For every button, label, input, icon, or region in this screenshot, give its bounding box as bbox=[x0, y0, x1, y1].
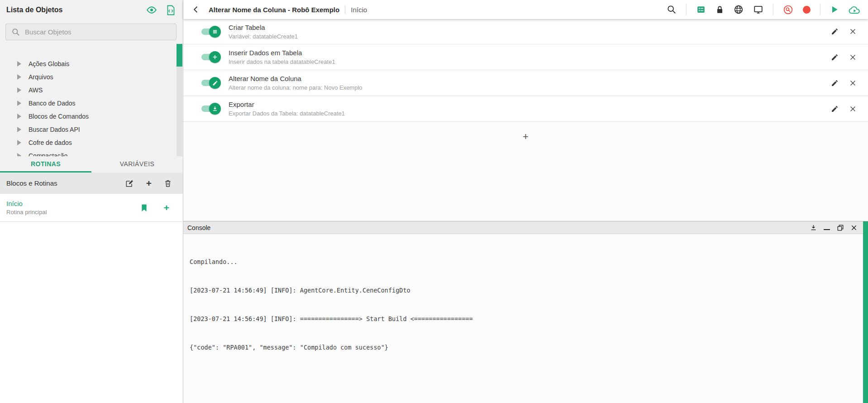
plus-icon bbox=[209, 51, 221, 63]
tree-item-label: Cofre de dados bbox=[29, 139, 72, 146]
tree-item-acoes-globais[interactable]: Ações Globais bbox=[0, 57, 175, 70]
console-panel: Console Compilando... [2023-07-21 14:56:… bbox=[183, 221, 868, 403]
console-line: [2023-07-21 14:56:49] [INFO]: ==========… bbox=[190, 314, 862, 324]
chevron-right-icon[interactable] bbox=[17, 153, 21, 157]
edit-step-button[interactable] bbox=[831, 28, 839, 35]
step-title: Inserir Dados em Tabela bbox=[229, 49, 831, 57]
chevron-left-icon[interactable] bbox=[191, 5, 200, 14]
tree-item-label: Banco de Dados bbox=[29, 100, 76, 107]
step-actions bbox=[831, 28, 856, 35]
step-row-inserir-dados[interactable]: Inserir Dados em Tabela Inserir dados na… bbox=[183, 44, 868, 70]
chevron-right-icon[interactable] bbox=[17, 127, 21, 132]
step-title: Criar Tabela bbox=[229, 24, 831, 31]
routine-tab-inicio[interactable]: Início bbox=[351, 6, 367, 14]
tree-item-cofre-de-dados[interactable]: Cofre de dados bbox=[0, 136, 175, 149]
console-title: Console bbox=[187, 224, 810, 231]
edit-step-button[interactable] bbox=[831, 79, 839, 87]
delete-step-button[interactable] bbox=[849, 54, 856, 61]
add-block-button[interactable]: + bbox=[146, 178, 152, 188]
monitor-icon[interactable] bbox=[753, 5, 763, 14]
tree-scrollbar[interactable] bbox=[176, 44, 182, 156]
tab-rotinas[interactable]: ROTINAS bbox=[0, 156, 91, 173]
blocks-and-routines-bar: Blocos e Rotinas + bbox=[0, 173, 183, 194]
tree-item-label: AWS bbox=[29, 86, 43, 94]
globe-icon[interactable] bbox=[734, 5, 744, 14]
add-step-area: + bbox=[183, 132, 868, 142]
console-actions bbox=[810, 224, 857, 231]
play-icon[interactable] bbox=[830, 5, 839, 14]
tree-item-label: Blocos de Comandos bbox=[29, 113, 89, 120]
delete-step-button[interactable] bbox=[849, 106, 856, 112]
eye-icon[interactable] bbox=[146, 5, 157, 15]
step-row-criar-tabela[interactable]: Criar Tabela Variável: datatableCreate1 bbox=[183, 19, 868, 44]
chevron-right-icon[interactable] bbox=[17, 140, 21, 145]
object-list-sidebar: Lista de Objetos Ações Globais Arquivos … bbox=[0, 0, 183, 403]
console-line: {"code": "RPA001", "message": "Compilado… bbox=[190, 343, 862, 352]
step-text: Criar Tabela Variável: datatableCreate1 bbox=[229, 24, 831, 40]
trash-icon[interactable] bbox=[164, 179, 172, 188]
divider bbox=[686, 4, 687, 15]
menu-icon bbox=[209, 26, 221, 38]
divider bbox=[820, 4, 820, 15]
minimize-icon[interactable] bbox=[824, 225, 830, 230]
sidebar-title: Lista de Objetos bbox=[6, 6, 146, 14]
tree-item-arquivos[interactable]: Arquivos bbox=[0, 70, 175, 83]
close-icon[interactable] bbox=[851, 225, 857, 231]
lock-icon[interactable] bbox=[715, 5, 724, 14]
tree-scrollbar-thumb[interactable] bbox=[176, 44, 182, 67]
console-output: Compilando... [2023-07-21 14:56:49] [INF… bbox=[183, 234, 868, 375]
disc-search-icon[interactable] bbox=[783, 5, 793, 15]
add-step-button[interactable]: + bbox=[523, 132, 529, 142]
bookmark-icon[interactable] bbox=[140, 203, 148, 213]
tree-item-compactacao[interactable]: Compactação bbox=[0, 149, 175, 156]
step-text: Exportar Exportar Dados da Tabela: datat… bbox=[229, 101, 831, 117]
tree-item-banco-de-dados[interactable]: Banco de Dados bbox=[0, 96, 175, 110]
edit-square-icon[interactable] bbox=[125, 179, 134, 188]
step-row-alterar-nome[interactable]: Alterar Nome da Coluna Alterar nome da c… bbox=[183, 70, 868, 96]
download-icon bbox=[209, 103, 221, 115]
step-subtitle: Alterar nome da coluna: nome para: Novo … bbox=[229, 84, 831, 91]
step-actions bbox=[831, 79, 856, 87]
console-scrollbar-thumb[interactable] bbox=[863, 221, 868, 403]
step-toggle[interactable] bbox=[201, 54, 218, 60]
list-icon[interactable] bbox=[696, 5, 706, 14]
tab-variaveis[interactable]: VARIÁVEIS bbox=[91, 156, 183, 173]
step-subtitle: Inserir dados na tabela datatableCreate1 bbox=[229, 58, 831, 65]
chevron-right-icon[interactable] bbox=[17, 87, 21, 93]
chevron-right-icon[interactable] bbox=[17, 114, 21, 119]
topbar: Alterar Nome da Coluna - Robô Exemplo In… bbox=[183, 0, 868, 19]
search-input[interactable] bbox=[25, 28, 171, 36]
object-search-box[interactable] bbox=[5, 24, 176, 40]
edit-step-button[interactable] bbox=[831, 105, 839, 113]
search-icon[interactable] bbox=[667, 5, 677, 14]
step-toggle[interactable] bbox=[201, 106, 218, 112]
routine-item-inicio[interactable]: Início Rotina principal + bbox=[0, 194, 183, 222]
chevron-right-icon[interactable] bbox=[17, 101, 21, 106]
tree-item-label: Compactação bbox=[29, 152, 67, 157]
step-row-exportar[interactable]: Exportar Exportar Dados da Tabela: datat… bbox=[183, 96, 868, 122]
step-toggle[interactable] bbox=[201, 29, 218, 35]
tree-item-buscar-dados-api[interactable]: Buscar Dados API bbox=[0, 123, 175, 136]
add-routine-button[interactable]: + bbox=[164, 203, 169, 212]
sidebar-header-icons bbox=[146, 5, 176, 15]
restore-icon[interactable] bbox=[837, 224, 844, 231]
routine-text: Início Rotina principal bbox=[6, 200, 140, 216]
tree-item-label: Ações Globais bbox=[29, 60, 69, 67]
console-header: Console bbox=[183, 221, 868, 234]
step-toggle[interactable] bbox=[201, 80, 218, 86]
object-tree: Ações Globais Arquivos AWS Banco de Dado… bbox=[0, 57, 175, 156]
chevron-right-icon[interactable] bbox=[17, 61, 21, 67]
delete-step-button[interactable] bbox=[849, 28, 856, 35]
record-icon[interactable] bbox=[803, 6, 811, 14]
edit-step-button[interactable] bbox=[831, 53, 839, 61]
tree-item-label: Buscar Dados API bbox=[29, 126, 80, 133]
step-text: Inserir Dados em Tabela Inserir dados na… bbox=[229, 49, 831, 65]
chevron-right-icon[interactable] bbox=[17, 74, 21, 80]
cloud-play-icon[interactable] bbox=[849, 5, 861, 15]
tree-item-blocos-de-comandos[interactable]: Blocos de Comandos bbox=[0, 110, 175, 123]
step-actions bbox=[831, 105, 856, 113]
download-icon[interactable] bbox=[810, 224, 817, 231]
file-code-icon[interactable] bbox=[166, 5, 176, 15]
tree-item-aws[interactable]: AWS bbox=[0, 83, 175, 96]
delete-step-button[interactable] bbox=[849, 80, 856, 86]
